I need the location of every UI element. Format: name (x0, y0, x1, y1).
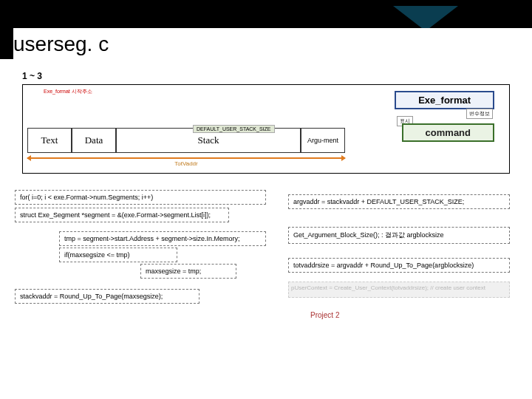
code-argv: argvaddr = stackvaddr + DEFAULT_USER_STA… (288, 194, 510, 209)
code-getarg: Get_Argument_Block_Size(); : 결과값 argbloc… (288, 227, 510, 244)
code-seg: struct Exe_Segment *segment = &(exe.Form… (15, 208, 229, 222)
slide-content: 1 ~ 3 Exe_format 시작주소 Exe_format 변수정보 표시… (0, 59, 532, 197)
header-bar: userseg. c (0, 0, 532, 59)
mem-data: Data (72, 128, 116, 153)
mem-argument: Argu-ment (301, 128, 345, 153)
project-label: Project 2 (310, 311, 339, 319)
page-title: userseg. c (13, 28, 532, 59)
tag-varinfo: 변수정보 (466, 109, 493, 119)
mem-text: Text (27, 128, 72, 153)
code-assign: maxsegsize = tmp; (140, 264, 236, 279)
code-tot: totvaddrsize = argvaddr + Round_Up_To_Pa… (288, 258, 510, 273)
command-box: command (402, 123, 494, 142)
totvaddr-label: TotVaddr (27, 160, 345, 167)
exe-format-box: Exe_format (395, 91, 494, 109)
totvaddr-arrow (27, 157, 345, 159)
code-stack: stackvaddr = Round_Up_To_Page(maxsegsize… (15, 289, 200, 304)
step-label: 1 ~ 3 (22, 71, 517, 81)
memory-diagram: Exe_format 시작주소 Exe_format 변수정보 표시 DEFAU… (22, 84, 510, 174)
code-for: for( i=0; i < exe.Format->num.Segments; … (15, 190, 266, 205)
code-if: if(maxsegsize <= tmp) (59, 248, 177, 262)
code-tmp: tmp = segment->start.Address + segment->… (59, 231, 266, 246)
code-ctx-blurred: pUserContext = Create_User_Context(totva… (288, 282, 510, 298)
stack-size-const: DEFAULT_USER_STACK_SIZE (193, 125, 275, 133)
